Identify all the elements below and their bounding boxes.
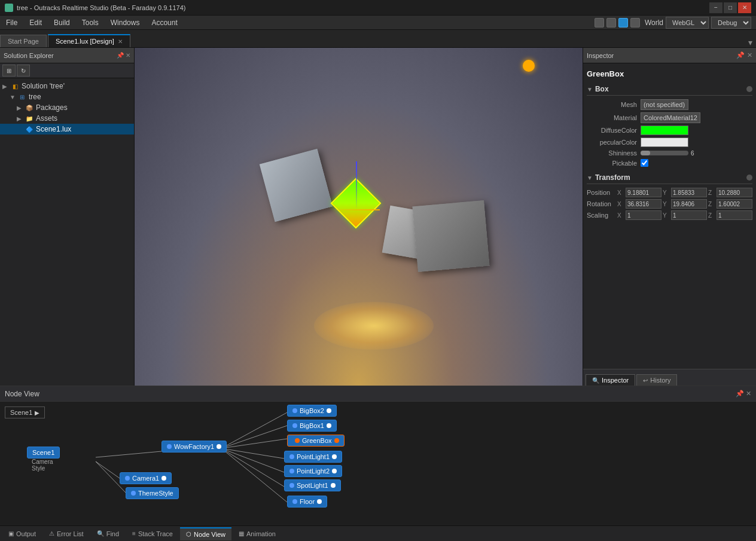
bigbox2-in-dot[interactable] bbox=[292, 408, 297, 413]
bigbox1-node[interactable]: BigBox1 bbox=[287, 420, 337, 432]
spotlight1-out-dot[interactable] bbox=[331, 483, 336, 488]
tab-stack-trace[interactable]: ≡ Stack Trace bbox=[126, 527, 179, 540]
bigbox2-node[interactable]: BigBox2 bbox=[287, 405, 337, 417]
scaling-y[interactable]: 1 bbox=[671, 210, 707, 220]
tab-inspector[interactable]: 🔍 Inspector bbox=[586, 374, 635, 386]
toolbar-icon-4[interactable] bbox=[630, 18, 640, 27]
box-section-header[interactable]: ▼ Box bbox=[587, 83, 752, 96]
tree-item-assets[interactable]: ▶ 📁 Assets bbox=[0, 113, 134, 124]
build-dropdown[interactable]: Debug bbox=[711, 17, 751, 29]
pickable-label: Pickable bbox=[587, 160, 641, 167]
inspector-close-icon[interactable]: ✕ bbox=[747, 51, 752, 59]
solution-explorer-close-icon[interactable]: ✕ bbox=[126, 52, 130, 59]
pointlight2-out-dot[interactable] bbox=[332, 469, 337, 473]
camera1-node[interactable]: Camera1 bbox=[120, 472, 172, 484]
transform-section-label: Transform bbox=[595, 173, 744, 182]
bigbox1-in-dot[interactable] bbox=[292, 423, 297, 428]
node-view-canvas[interactable]: Scene1 ▶ bbox=[0, 402, 756, 525]
position-y[interactable]: 1.85833 bbox=[671, 188, 707, 197]
tab-dropdown-icon[interactable]: ▾ bbox=[745, 38, 756, 47]
camera1-in-dot[interactable] bbox=[125, 476, 130, 481]
pickable-checkbox[interactable] bbox=[641, 159, 648, 167]
pointlight2-in-dot[interactable] bbox=[289, 469, 294, 473]
pointlight2-node[interactable]: PointLight2 bbox=[284, 465, 342, 477]
close-button[interactable]: ✕ bbox=[738, 2, 751, 13]
scene1-node[interactable]: Scene1 bbox=[27, 447, 60, 459]
menu-edit[interactable]: Edit bbox=[23, 16, 48, 29]
tree-item-solution[interactable]: ▶ ◧ Solution 'tree' bbox=[0, 81, 134, 91]
pkg-arrow-icon: ▶ bbox=[17, 105, 23, 111]
menu-build[interactable]: Build bbox=[48, 16, 76, 29]
world-label: World bbox=[645, 19, 663, 27]
maximize-button[interactable]: □ bbox=[724, 2, 737, 13]
pointlight1-node[interactable]: PointLight1 bbox=[284, 451, 342, 463]
tree-item-packages[interactable]: ▶ 📦 Packages bbox=[0, 102, 134, 113]
floor-in-dot[interactable] bbox=[292, 499, 297, 504]
output-tab-icon: ▣ bbox=[8, 530, 14, 537]
tab-close-icon[interactable]: ✕ bbox=[118, 38, 123, 45]
tab-start-page[interactable]: Start Page bbox=[0, 35, 47, 47]
solution-explorer: Solution Explorer 📌 ✕ ⊞ ↻ ▶ ◧ Solution '… bbox=[0, 48, 135, 386]
pin-icon[interactable]: 📌 bbox=[117, 52, 124, 59]
error-list-tab-icon: ⚠ bbox=[49, 530, 54, 537]
minimize-button[interactable]: − bbox=[709, 2, 723, 13]
tab-find[interactable]: 🔍 Find bbox=[91, 527, 125, 540]
viewport[interactable] bbox=[135, 48, 583, 386]
themestyle-node[interactable]: ThemeStyle bbox=[126, 487, 179, 499]
position-z[interactable]: 10.2880 bbox=[717, 188, 752, 197]
camera1-out-dot[interactable] bbox=[161, 476, 166, 481]
position-x[interactable]: 9.18801 bbox=[626, 188, 662, 197]
menu-file[interactable]: File bbox=[0, 16, 23, 29]
menu-account[interactable]: Account bbox=[145, 16, 183, 29]
scene1-node-group: Scene1 Camera Style bbox=[27, 447, 60, 472]
menu-tools[interactable]: Tools bbox=[76, 16, 105, 29]
tree-item-scene[interactable]: 🔷 Scene1.lux bbox=[0, 124, 134, 135]
themestyle-in-dot[interactable] bbox=[131, 491, 136, 496]
toolbar-icon-2[interactable] bbox=[606, 18, 616, 27]
node-view-close-icon[interactable]: ✕ bbox=[746, 390, 751, 398]
toolbar-btn-2[interactable]: ↻ bbox=[17, 65, 30, 77]
floor-out-dot[interactable] bbox=[317, 499, 322, 504]
bigbox1-out-dot[interactable] bbox=[327, 423, 331, 428]
node-view-pin-icon[interactable]: 📌 bbox=[736, 390, 744, 398]
tab-scene-design[interactable]: Scene1.lux [Design] ✕ bbox=[48, 34, 130, 47]
material-value[interactable]: ColoredMaterial12 bbox=[641, 112, 700, 123]
scaling-z[interactable]: 1 bbox=[717, 210, 752, 220]
rotation-x[interactable]: 36.8316 bbox=[626, 199, 662, 209]
wowfactory1-node[interactable]: WowFactory1 bbox=[161, 441, 227, 453]
tab-animation[interactable]: ▦ Animation bbox=[233, 527, 282, 540]
inspector-pin-icon[interactable]: 📌 bbox=[736, 51, 745, 59]
diffuse-color-swatch[interactable] bbox=[641, 126, 688, 135]
tab-history[interactable]: ↩ History bbox=[636, 374, 677, 386]
scaling-x[interactable]: 1 bbox=[626, 210, 662, 220]
wowfactory-out-dot[interactable] bbox=[217, 444, 221, 449]
greenbox-out-dot[interactable] bbox=[334, 438, 339, 443]
bigbox2-out-dot[interactable] bbox=[327, 408, 331, 413]
pointlight1-in-dot[interactable] bbox=[289, 454, 294, 459]
menu-windows[interactable]: Windows bbox=[105, 16, 146, 29]
specular-color-swatch[interactable] bbox=[641, 137, 688, 147]
tab-output[interactable]: ▣ Output bbox=[2, 527, 42, 540]
rotation-y[interactable]: 19.8406 bbox=[671, 199, 707, 209]
rotation-z[interactable]: 1.60002 bbox=[717, 199, 752, 209]
scene-label-btn[interactable]: Scene1 ▶ bbox=[5, 406, 45, 418]
scene-canvas bbox=[135, 48, 583, 386]
toolbar-icon-1[interactable] bbox=[595, 18, 604, 27]
toolbar-icon-3[interactable] bbox=[618, 18, 628, 27]
greenbox-node[interactable]: GreenBox bbox=[287, 435, 345, 447]
toolbar-btn-1[interactable]: ⊞ bbox=[2, 65, 16, 77]
floor-node[interactable]: Floor bbox=[287, 496, 327, 508]
mesh-value[interactable]: (not specified) bbox=[641, 99, 688, 110]
shininess-slider[interactable] bbox=[641, 151, 688, 155]
tab-node-view[interactable]: ⬡ Node View bbox=[180, 527, 231, 540]
spotlight1-node[interactable]: SpotLight1 bbox=[284, 479, 341, 491]
greenbox-in-dot[interactable] bbox=[295, 438, 300, 443]
renderer-dropdown[interactable]: WebGL bbox=[666, 17, 709, 29]
pointlight1-out-dot[interactable] bbox=[332, 454, 337, 459]
spotlight1-in-dot[interactable] bbox=[289, 483, 294, 488]
transform-section-header[interactable]: ▼ Transform bbox=[587, 172, 752, 184]
window-controls: − □ ✕ bbox=[709, 2, 751, 13]
wowfactory-in-dot[interactable] bbox=[167, 444, 172, 449]
tab-error-list[interactable]: ⚠ Error List bbox=[43, 527, 90, 540]
tree-item-tree[interactable]: ▼ ⊞ tree bbox=[0, 91, 134, 102]
